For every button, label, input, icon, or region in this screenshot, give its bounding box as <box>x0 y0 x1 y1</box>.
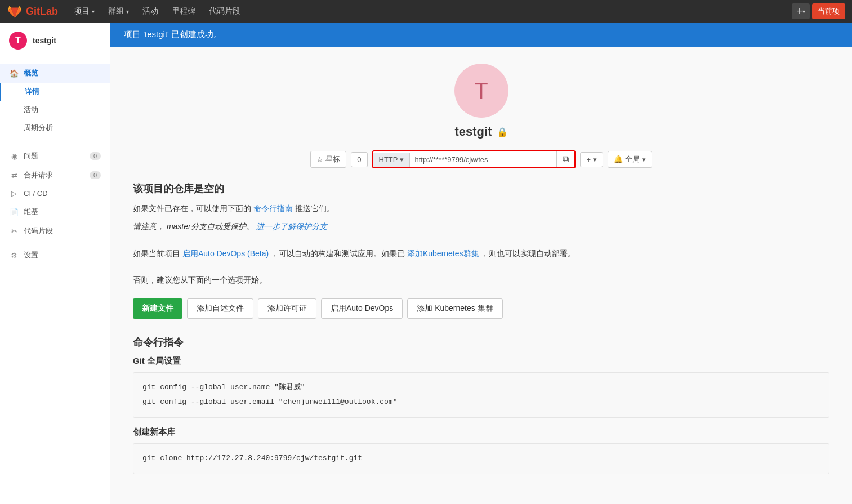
new-repo-title: 创建新本库 <box>133 427 829 438</box>
project-name: testgit <box>455 124 492 139</box>
star-button[interactable]: ☆ 星标 <box>310 151 346 168</box>
sidebar-item-cicd[interactable]: ▷ CI / CD <box>0 185 110 202</box>
sidebar-item-activity[interactable]: 活动 <box>0 101 110 119</box>
protected-branch-link[interactable]: 进一步了解保护分支 <box>256 222 327 231</box>
sidebar-item-settings[interactable]: ⚙ 设置 <box>0 246 110 265</box>
star-icon: ☆ <box>316 155 323 164</box>
sidebar-item-snippets[interactable]: ✂ 代码片段 <box>0 221 110 240</box>
nav-snippets[interactable]: 代码片段 <box>202 0 247 23</box>
sidebar-item-overview[interactable]: 🏠 概览 <box>0 64 110 83</box>
chevron-down-icon: ▾ <box>593 155 597 164</box>
new-file-button[interactable]: 新建文件 <box>133 298 182 319</box>
plus-button[interactable]: + ▾ <box>580 152 603 167</box>
new-repo-section: 创建新本库 git clone http://172.27.8.240:9799… <box>133 427 829 474</box>
nav-projects[interactable]: 项目 ▾ <box>67 0 101 23</box>
enable-autodevops-link[interactable]: 启用Auto DevOps (Beta) <box>182 249 269 258</box>
main-content: 项目 'testgit' 已创建成功。 T testgit 🔒 ☆ 星标 <box>110 23 852 504</box>
settings-icon: ⚙ <box>9 251 19 260</box>
snippets-icon: ✂ <box>9 227 19 235</box>
sidebar: T testgit 🏠 概览 详情 活动 周期分析 <box>0 23 110 504</box>
copy-icon: ⧉ <box>563 154 569 164</box>
project-main: T testgit 🔒 ☆ 星标 0 HTTP ▾ <box>110 47 852 504</box>
issues-icon: ◉ <box>9 152 19 160</box>
git-global-section: Git 全局设置 git config --global user.name "… <box>133 356 829 418</box>
plus-icon: + <box>586 155 591 164</box>
enable-devops-button[interactable]: 启用Auto DevOps <box>321 298 403 319</box>
action-buttons: 新建文件 添加自述文件 添加许可证 启用Auto DevOps 添加 Kuber… <box>133 298 829 319</box>
gitlab-label: GitLab <box>26 6 58 17</box>
notification-button[interactable]: 🔔 全局 ▾ <box>608 151 652 168</box>
top-navigation: GitLab 项目 ▾ 群组 ▾ 活动 里程碑 代码片段 + ▾ 当前项 <box>0 0 852 23</box>
add-k8s-link[interactable]: 添加Kubernetes群集 <box>407 249 479 258</box>
chevron-down-icon: ▾ <box>92 8 95 15</box>
empty-repo-desc2: 请注意， master分支自动受保护。 进一步了解保护分支 <box>133 220 829 234</box>
merges-badge: 0 <box>90 171 101 179</box>
project-title-row: testgit 🔒 <box>455 124 508 139</box>
git-global-code: git config --global user.name "陈君威" git … <box>133 372 829 418</box>
sidebar-project-avatar: T <box>9 32 27 50</box>
sidebar-sub-overview: 详情 活动 周期分析 <box>0 83 110 137</box>
sidebar-item-details[interactable]: 详情 <box>0 83 110 101</box>
sidebar-project-header: T testgit <box>0 23 110 59</box>
sidebar-item-issues[interactable]: ◉ 问题 0 <box>0 146 110 166</box>
nav-activity[interactable]: 活动 <box>136 0 165 23</box>
topnav-right: + ▾ 当前项 <box>792 3 845 19</box>
new-repo-code: git clone http://172.27.8.240:9799/cjw/t… <box>133 443 829 474</box>
clone-protocol-button[interactable]: HTTP ▾ <box>373 153 411 167</box>
chevron-down-icon: ▾ <box>400 155 404 164</box>
chevron-down-icon: ▾ <box>126 8 129 15</box>
merge-icon: ⇄ <box>9 171 19 180</box>
project-avatar: T <box>454 64 508 118</box>
success-banner: 项目 'testgit' 已创建成功。 <box>110 23 852 47</box>
sidebar-item-cycle-analytics[interactable]: 周期分析 <box>0 119 110 137</box>
clone-url-input[interactable] <box>410 153 556 167</box>
autodevops-desc: 如果当前项目 启用Auto DevOps (Beta) ，可以自动的构建和测试应… <box>133 247 829 261</box>
clone-section: HTTP ▾ ⧉ <box>372 150 576 168</box>
nav-groups[interactable]: 群组 ▾ <box>101 0 136 23</box>
git-global-title: Git 全局设置 <box>133 356 829 367</box>
star-count: 0 <box>351 152 367 167</box>
sidebar-section-overview: 🏠 概览 详情 活动 周期分析 <box>0 59 110 141</box>
cmd-section: 命令行指令 Git 全局设置 git config --global user.… <box>133 336 829 474</box>
cli-guide-link[interactable]: 命令行指南 <box>253 204 293 213</box>
empty-repo-section: 该项目的仓库是空的 如果文件已存在，可以使用下面的 命令行指南 推送它们。 请注… <box>133 182 829 319</box>
sidebar-project-name: testgit <box>33 36 56 45</box>
issues-badge: 0 <box>90 152 101 160</box>
add-k8s-button[interactable]: 添加 Kubernetes 集群 <box>407 298 502 319</box>
nav-milestones[interactable]: 里程碑 <box>165 0 202 23</box>
home-icon: 🏠 <box>9 69 19 78</box>
chevron-down-icon: ▾ <box>802 8 805 15</box>
copy-url-button[interactable]: ⧉ <box>556 151 574 167</box>
current-user-button[interactable]: 当前项 <box>812 3 845 19</box>
add-button[interactable]: + ▾ <box>792 3 810 19</box>
sidebar-item-wiki[interactable]: 📄 维基 <box>0 202 110 221</box>
cicd-icon: ▷ <box>9 189 19 198</box>
empty-repo-title: 该项目的仓库是空的 <box>133 182 829 195</box>
empty-repo-desc1: 如果文件已存在，可以使用下面的 命令行指南 推送它们。 <box>133 202 829 216</box>
lock-icon: 🔒 <box>497 127 508 137</box>
add-readme-button[interactable]: 添加自述文件 <box>187 298 253 319</box>
project-toolbar: ☆ 星标 0 HTTP ▾ ⧉ + ▾ <box>133 150 829 168</box>
main-layout: T testgit 🏠 概览 详情 活动 周期分析 <box>0 23 852 504</box>
otherwise-desc: 否则，建议您从下面的一个选项开始。 <box>133 274 829 287</box>
chevron-down-icon: ▾ <box>642 155 646 164</box>
wiki-icon: 📄 <box>9 208 19 216</box>
project-header: T testgit 🔒 <box>133 64 829 139</box>
cmd-section-title: 命令行指令 <box>133 336 829 349</box>
sidebar-item-merges[interactable]: ⇄ 合并请求 0 <box>0 166 110 185</box>
add-license-button[interactable]: 添加许可证 <box>258 298 316 319</box>
gitlab-logo[interactable]: GitLab <box>7 3 58 19</box>
